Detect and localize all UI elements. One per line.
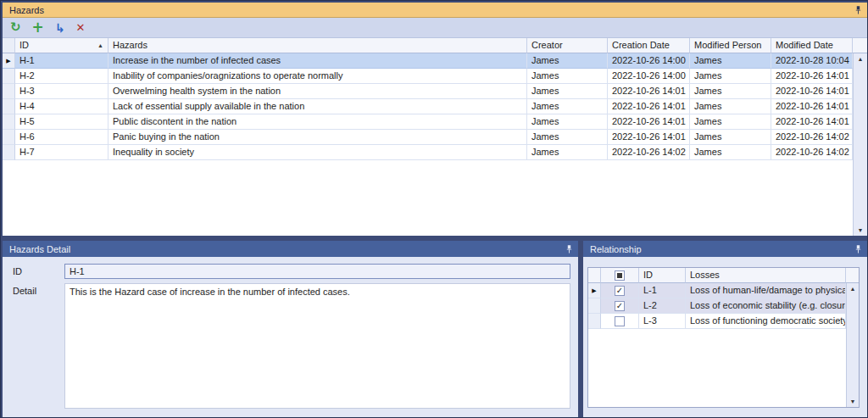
hazards-grid-scrollbar[interactable]: ▲ ▼ [853, 53, 867, 236]
cell-hazard: Increase in the number of infected cases [108, 53, 527, 69]
cell-creation-date: 2022-10-26 14:01 [608, 84, 690, 99]
cell-hazard: Inequality in society [108, 145, 527, 160]
table-row[interactable]: H-4Lack of essential supply available in… [3, 99, 867, 114]
hazards-detail-titlebar: Hazards Detail [3, 241, 578, 257]
cell-hazard: Lack of essential supply available in th… [108, 99, 527, 114]
row-indicator-header [588, 268, 601, 283]
id-field[interactable] [64, 264, 570, 279]
header-filler [853, 38, 867, 53]
scroll-down-icon[interactable]: ▼ [858, 227, 864, 233]
relationship-grid-rows: ▶✓L-1Loss of human-life/damage to physic… [588, 283, 859, 329]
pin-icon[interactable] [565, 244, 573, 254]
relationship-titlebar: Relationship [583, 241, 867, 257]
cell-id: L-2 [639, 298, 686, 314]
sort-ascending-icon: ▲ [97, 38, 103, 53]
column-header-id[interactable]: ID [639, 268, 686, 283]
cell-modified-person: James [690, 84, 771, 99]
table-row[interactable]: H-7Inequality in societyJames2022-10-26 … [3, 145, 867, 160]
cell-creation-date: 2022-10-26 14:02 [608, 145, 690, 160]
delete-icon[interactable]: ✕ [76, 22, 86, 33]
loss-checkbox[interactable] [615, 316, 625, 326]
cell-creator: James [527, 130, 608, 145]
cell-modified-person: James [690, 99, 771, 114]
cell-modified-date: 2022-10-26 14:02 [771, 145, 853, 160]
cell-modified-date: 2022-10-26 14:01 [771, 69, 853, 84]
row-indicator [3, 145, 15, 160]
id-label: ID [13, 266, 22, 276]
relationship-panel: Relationship ID Losses ▶✓L-1Loss of huma… [583, 241, 867, 417]
column-header-losses[interactable]: Losses [686, 268, 846, 283]
cell-creator: James [527, 69, 608, 84]
row-indicator [3, 99, 15, 114]
column-header-hazards[interactable]: Hazards [108, 38, 527, 53]
pin-icon[interactable] [854, 5, 862, 15]
scroll-up-icon[interactable]: ▲ [858, 56, 864, 62]
column-header-creator[interactable]: Creator [527, 38, 608, 53]
row-indicator [3, 84, 15, 99]
detail-label: Detail [13, 286, 36, 296]
hazards-detail-title: Hazards Detail [9, 244, 70, 254]
hazards-detail-body: ID Detail This is the Hazard case of inc… [3, 257, 578, 417]
cell-creation-date: 2022-10-26 14:01 [608, 99, 690, 114]
table-row[interactable]: L-3Loss of functioning democratic societ… [588, 314, 859, 329]
cell-losses: Loss of economic stability (e.g. closure… [686, 298, 846, 314]
row-indicator [588, 298, 601, 314]
cell-creator: James [527, 53, 608, 69]
hazards-panel-title: Hazards [9, 5, 44, 15]
scroll-down-icon[interactable]: ▼ [850, 398, 856, 404]
header-filler [846, 268, 859, 283]
row-indicator: ▶ [588, 283, 601, 298]
refresh-icon[interactable]: ↻ [10, 21, 21, 34]
cell-creator: James [527, 114, 608, 130]
hazards-toolbar: ↻ + ↳ ✕ [3, 18, 867, 38]
table-row[interactable]: ✓L-2Loss of economic stability (e.g. clo… [588, 298, 859, 314]
cell-hazard: Public discontent in the nation [108, 114, 527, 130]
loss-checkbox[interactable]: ✓ [615, 301, 625, 311]
table-row[interactable]: H-6Panic buying in the nationJames2022-1… [3, 130, 867, 145]
column-header-id[interactable]: ID ▲ [15, 38, 108, 53]
table-row[interactable]: ▶H-1Increase in the number of infected c… [3, 53, 867, 69]
scroll-up-icon[interactable]: ▲ [850, 286, 856, 292]
cell-losses: Loss of functioning democratic society..… [686, 314, 846, 329]
add-icon[interactable]: + [32, 20, 44, 35]
hazards-grid: ID ▲ Hazards Creator Creation Date Modif… [3, 38, 867, 236]
select-all-checkbox[interactable] [615, 270, 625, 281]
column-header-modified-date[interactable]: Modified Date [771, 38, 853, 53]
column-header-creation-date[interactable]: Creation Date [608, 38, 690, 53]
cell-modified-person: James [690, 53, 771, 69]
select-all-header [601, 268, 639, 283]
pin-icon[interactable] [854, 244, 862, 254]
hazards-panel-titlebar: Hazards [3, 3, 867, 18]
cell-modified-date: 2022-10-26 14:01 [771, 84, 853, 99]
hazards-grid-rows: ▶H-1Increase in the number of infected c… [3, 53, 867, 160]
detail-field[interactable]: This is the Hazard case of increase in t… [64, 283, 570, 409]
loss-checkbox[interactable]: ✓ [615, 286, 625, 296]
table-row[interactable]: H-2Inability of companies/oragnizations … [3, 69, 867, 84]
column-header-modified-person[interactable]: Modified Person [690, 38, 771, 53]
cell-creator: James [527, 99, 608, 114]
cell-creation-date: 2022-10-26 14:01 [608, 130, 690, 145]
cell-creation-date: 2022-10-26 14:00 [608, 53, 690, 69]
table-row[interactable]: H-3Overwelming health system in the nati… [3, 84, 867, 99]
table-row[interactable]: ▶✓L-1Loss of human-life/damage to physic… [588, 283, 859, 298]
cell-hazard: Overwelming health system in the nation [108, 84, 527, 99]
table-row[interactable]: H-5Public discontent in the nationJames2… [3, 114, 867, 130]
row-indicator [3, 114, 15, 130]
row-indicator [3, 130, 15, 145]
cell-id: L-1 [639, 283, 686, 298]
cell-modified-date: 2022-10-26 14:01 [771, 114, 853, 130]
cell-creation-date: 2022-10-26 14:01 [608, 114, 690, 130]
move-arrow-icon[interactable]: ↳ [55, 22, 65, 34]
checkbox-cell: ✓ [601, 283, 639, 298]
relationship-body: ID Losses ▶✓L-1Loss of human-life/damage… [583, 257, 867, 417]
hazards-grid-header: ID ▲ Hazards Creator Creation Date Modif… [3, 38, 867, 53]
relationship-title: Relationship [590, 244, 642, 254]
cell-hazard: Inability of companies/oragnizations to … [108, 69, 527, 84]
cell-creation-date: 2022-10-26 14:00 [608, 69, 690, 84]
relationship-grid-scrollbar[interactable]: ▲ ▼ [846, 283, 859, 407]
hazards-panel: Hazards ↻ + ↳ ✕ ID ▲ Hazards Creator Cre… [3, 3, 867, 236]
row-indicator: ▶ [3, 53, 15, 69]
row-indicator [3, 69, 15, 84]
cell-id: H-4 [15, 99, 108, 114]
row-indicator [588, 314, 601, 329]
